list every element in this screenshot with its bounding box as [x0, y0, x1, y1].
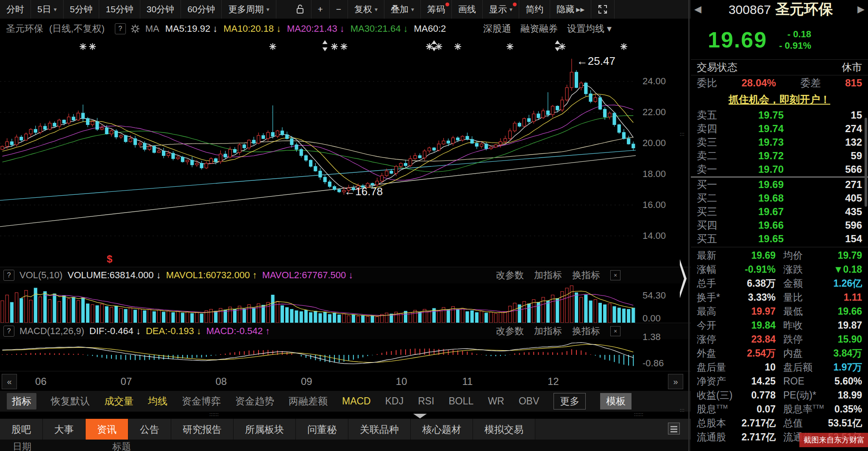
divider-grip[interactable]: ⋯⋯ — [680, 132, 684, 136]
fullscreen-icon[interactable] — [591, 0, 615, 19]
ask-price[interactable]: 19.75 — [726, 109, 815, 121]
candle — [627, 138, 630, 144]
open-account-link[interactable]: 抓住机会，即刻开户！ — [691, 91, 868, 108]
ask-price[interactable]: 19.70 — [726, 163, 815, 175]
action-加指标[interactable]: 加指标 — [534, 325, 562, 338]
header-link-深股通[interactable]: 深股通 — [483, 22, 511, 35]
indicator-BOLL[interactable]: BOLL — [449, 396, 474, 407]
indicator-模板[interactable]: 模板 — [600, 393, 632, 409]
tab-股吧[interactable]: 股吧 — [0, 419, 43, 440]
list-col-date: 日期 — [13, 440, 31, 451]
price-axis-label: 22.00 — [643, 107, 681, 118]
tab-核心题材[interactable]: 核心题材 — [411, 419, 473, 440]
action-加指标[interactable]: 加指标 — [534, 269, 562, 282]
scroll-left-icon[interactable]: « — [2, 374, 17, 389]
toolbar-分时[interactable]: 分时 — [0, 0, 31, 19]
drag-grip[interactable]: ⋯⋯⋯⋯ — [209, 412, 219, 417]
prev-stock-arrow-icon[interactable]: ◀ — [694, 4, 701, 15]
candle — [81, 113, 84, 119]
candle — [105, 128, 108, 134]
tab-问董秘[interactable]: 问董秘 — [296, 419, 348, 440]
candlestick-chart[interactable]: ←25.47←16.78$24.0022.0020.0018.0016.0014… — [0, 39, 691, 267]
ask-qty: 59 — [815, 150, 862, 162]
tab-资讯[interactable]: 资讯 — [86, 419, 128, 440]
help-icon[interactable]: ? — [3, 270, 14, 281]
action-换指标[interactable]: 换指标 — [572, 269, 600, 282]
ask-price[interactable]: 19.72 — [726, 150, 815, 162]
toolbar-叠加[interactable]: 叠加▾ — [384, 0, 421, 19]
close-icon[interactable]: × — [610, 326, 620, 336]
toolbar-简约[interactable]: 简约 — [519, 0, 550, 19]
stat-label-总手: 总手 — [697, 277, 716, 290]
bid-price[interactable]: 19.67 — [726, 206, 815, 218]
action-改参数[interactable]: 改参数 — [496, 269, 524, 282]
indicator-RSI[interactable]: RSI — [418, 396, 434, 407]
divider-grip[interactable]: ⋯⋯ — [680, 408, 684, 412]
toolbar-5分钟[interactable]: 5分钟 — [64, 0, 100, 19]
toolbar-15分钟[interactable]: 15分钟 — [99, 0, 140, 19]
bid-label: 买二 — [697, 191, 726, 205]
toolbar-筹码[interactable]: 筹码 — [421, 0, 452, 19]
help-icon[interactable]: ? — [3, 326, 14, 337]
action-换指标[interactable]: 换指标 — [572, 325, 600, 338]
toolbar-显示[interactable]: 显示▾ — [483, 0, 519, 19]
toolbar-画线[interactable]: 画线 — [452, 0, 483, 19]
gear-icon[interactable] — [130, 24, 140, 34]
help-icon[interactable]: ? — [115, 23, 126, 34]
next-stock-arrow-icon[interactable]: ▶ — [857, 4, 865, 15]
indicator-均线[interactable]: 均线 — [148, 395, 167, 408]
candle — [295, 145, 298, 149]
indicator-资金博弈[interactable]: 资金博弈 — [182, 395, 221, 408]
indicator-两融差额[interactable]: 两融差额 — [289, 395, 328, 408]
toolbar-label: 5分钟 — [70, 3, 93, 15]
header-link-融资融券[interactable]: 融资融券 — [520, 22, 558, 35]
tab-公告[interactable]: 公告 — [128, 419, 171, 440]
toolbar-复权[interactable]: 复权▾ — [348, 0, 384, 19]
toolbar-更多周期[interactable]: 更多周期▾ — [222, 0, 276, 19]
bid-price[interactable]: 19.66 — [726, 219, 815, 231]
tab-关联品种[interactable]: 关联品种 — [348, 419, 411, 440]
ask-price[interactable]: 19.74 — [726, 123, 815, 135]
tab-研究报告[interactable]: 研究报告 — [171, 419, 234, 440]
toolbar-−[interactable]: − — [330, 0, 348, 19]
toolbar-5日[interactable]: 5日▾ — [31, 0, 64, 19]
action-改参数[interactable]: 改参数 — [496, 325, 524, 338]
ask-price[interactable]: 19.73 — [726, 136, 815, 148]
quote-scrollbar[interactable] — [865, 118, 867, 207]
bid-price[interactable]: 19.68 — [726, 192, 815, 204]
indicator-成交量[interactable]: 成交量 — [104, 395, 134, 408]
scroll-right-icon[interactable]: » — [668, 374, 683, 389]
indicator-KDJ[interactable]: KDJ — [385, 396, 403, 407]
bid-price[interactable]: 19.69 — [726, 179, 815, 191]
lock-icon[interactable] — [289, 0, 312, 19]
candle — [58, 120, 61, 126]
candle — [186, 160, 189, 162]
indicator-更多[interactable]: 更多 — [554, 393, 586, 409]
tab-模拟交易[interactable]: 模拟交易 — [473, 419, 535, 440]
drag-grip[interactable]: ⋯⋯⋯⋯ — [634, 412, 643, 417]
indicator-MACD[interactable]: MACD — [342, 396, 371, 407]
panel-divider[interactable] — [688, 0, 690, 451]
candle — [276, 131, 279, 136]
indicator-恢复默认[interactable]: 恢复默认 — [51, 395, 90, 408]
macd-panel[interactable] — [0, 339, 691, 371]
header-link-设置均线 ▾[interactable]: 设置均线 ▾ — [567, 22, 612, 35]
indicator-OBV[interactable]: OBV — [519, 396, 540, 407]
toolbar-label: 显示 — [489, 3, 507, 15]
list-view-icon[interactable] — [668, 423, 680, 434]
indicator-指标[interactable]: 指标 — [7, 393, 36, 409]
indicator-资金趋势[interactable]: 资金趋势 — [235, 395, 274, 408]
indicator-WR[interactable]: WR — [488, 396, 504, 407]
stock-code: 300867 — [729, 3, 771, 17]
volume-panel[interactable] — [0, 283, 691, 323]
toolbar-隐藏[interactable]: 隐藏▶▶ — [550, 0, 591, 19]
tab-大事[interactable]: 大事 — [43, 419, 86, 440]
tab-所属板块[interactable]: 所属板块 — [234, 419, 296, 440]
close-icon[interactable]: × — [610, 270, 620, 280]
ma-value: MA30:21.64 ↓ — [351, 23, 408, 34]
bid-price[interactable]: 19.65 — [726, 233, 815, 245]
collapse-panel-arrow[interactable] — [413, 414, 427, 418]
toolbar-+[interactable]: + — [312, 0, 330, 19]
toolbar-30分钟[interactable]: 30分钟 — [140, 0, 181, 19]
toolbar-60分钟[interactable]: 60分钟 — [181, 0, 222, 19]
